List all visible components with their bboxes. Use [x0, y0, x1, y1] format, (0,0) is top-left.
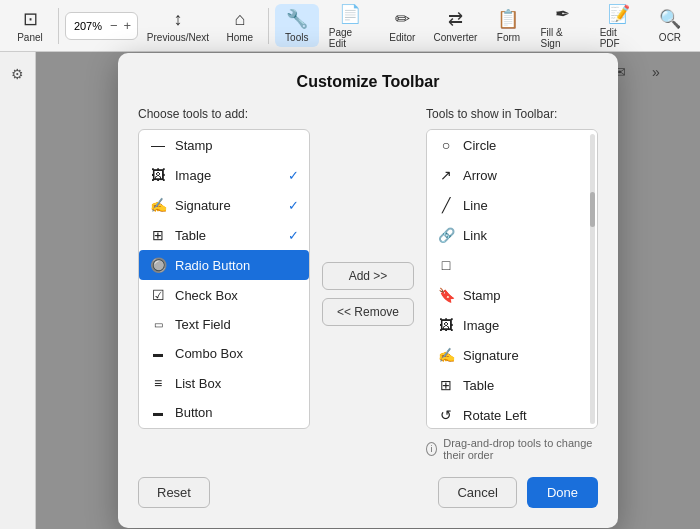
combo-box-icon: ▬: [149, 348, 167, 359]
link-icon: 🔗: [437, 227, 455, 243]
form-button[interactable]: 📋 Form: [486, 4, 530, 47]
tool-label-stamp: Stamp: [175, 138, 213, 153]
tool-label-radio-button: Radio Button: [175, 258, 250, 273]
tool-label-check-box: Check Box: [175, 288, 238, 303]
right-label-link: Link: [463, 228, 487, 243]
panel-button[interactable]: ⊡ Panel: [8, 4, 52, 47]
converter-label: Converter: [433, 32, 477, 43]
tool-item-button[interactable]: ▬ Button: [139, 398, 309, 427]
line-icon: ╱: [437, 197, 455, 213]
done-button[interactable]: Done: [527, 477, 598, 508]
right-item-link[interactable]: 🔗 Link: [427, 220, 597, 250]
rectangle-icon: □: [437, 257, 455, 273]
editor-icon: ✏: [395, 8, 410, 30]
page-edit-button[interactable]: 📄 Page Edit: [323, 0, 377, 53]
home-icon: ⌂: [234, 9, 245, 30]
prev-next-icon: ↕: [173, 9, 182, 30]
converter-button[interactable]: ⇄ Converter: [428, 4, 482, 47]
right-label-arrow: Arrow: [463, 168, 497, 183]
tool-item-combo-box[interactable]: ▬ Combo Box: [139, 339, 309, 368]
right-label-rotate-left: Rotate Left: [463, 408, 527, 423]
settings-icon-button[interactable]: ⚙: [4, 60, 32, 88]
signature-icon: ✍: [149, 197, 167, 213]
right-label-image: Image: [463, 318, 499, 333]
zoom-input[interactable]: [70, 20, 106, 32]
right-table-icon: ⊞: [437, 377, 455, 393]
right-tool-list[interactable]: ○ Circle ↗ Arrow ╱ Line: [426, 129, 598, 429]
right-item-image[interactable]: 🖼 Image: [427, 310, 597, 340]
form-label: Form: [497, 32, 520, 43]
modal-footer: Reset Cancel Done: [138, 477, 598, 508]
add-button[interactable]: Add >>: [322, 262, 414, 290]
zoom-plus-button[interactable]: +: [122, 18, 134, 33]
toolbar-divider-2: [268, 8, 269, 44]
tools-label: Tools: [285, 32, 308, 43]
scrollbar-thumb[interactable]: [590, 192, 595, 227]
tool-item-stamp[interactable]: — Stamp: [139, 130, 309, 160]
button-icon: ▬: [149, 407, 167, 418]
edit-pdf-icon: 📝: [608, 3, 630, 25]
image-checkmark: ✓: [288, 168, 299, 183]
table-checkmark: ✓: [288, 228, 299, 243]
home-button[interactable]: ⌂ Home: [218, 5, 262, 47]
right-item-arrow[interactable]: ↗ Arrow: [427, 160, 597, 190]
right-tools-column: Tools to show in Toolbar: ○ Circle ↗ Arr…: [426, 107, 598, 461]
right-item-table[interactable]: ⊞ Table: [427, 370, 597, 400]
right-stamp-icon: 🔖: [437, 287, 455, 303]
left-tool-list[interactable]: — Stamp 🖼 Image ✓ ✍ Signature: [138, 129, 310, 429]
left-panel: ⚙: [0, 52, 36, 529]
right-item-rotate-left[interactable]: ↺ Rotate Left: [427, 400, 597, 429]
zoom-minus-button[interactable]: −: [108, 18, 120, 33]
right-column-header: Tools to show in Toolbar:: [426, 107, 598, 121]
content-area: ⚙ 👤 ✉ » Customize Toolbar Choose: [0, 52, 700, 529]
main-document-area: 👤 ✉ » Customize Toolbar Choose tools to …: [36, 52, 700, 529]
panel-icon: ⊡: [23, 8, 38, 30]
tool-item-check-box[interactable]: ☑ Check Box: [139, 280, 309, 310]
right-item-signature[interactable]: ✍ Signature: [427, 340, 597, 370]
customize-toolbar-modal: Customize Toolbar Choose tools to add: —…: [118, 53, 618, 528]
right-item-stamp[interactable]: 🔖 Stamp: [427, 280, 597, 310]
tool-label-signature: Signature: [175, 198, 231, 213]
prev-next-button[interactable]: ↕ Previous/Next: [142, 5, 214, 47]
ocr-button[interactable]: 🔍 OCR: [648, 4, 692, 47]
tool-label-image: Image: [175, 168, 211, 183]
reset-button[interactable]: Reset: [138, 477, 210, 508]
text-field-icon: ▭: [149, 319, 167, 330]
tool-item-image[interactable]: 🖼 Image ✓: [139, 160, 309, 190]
remove-button[interactable]: << Remove: [322, 298, 414, 326]
right-item-line[interactable]: ╱ Line: [427, 190, 597, 220]
fill-sign-button[interactable]: ✒ Fill & Sign: [534, 0, 589, 53]
info-icon: i: [426, 442, 437, 456]
edit-pdf-label: Edit PDF: [600, 27, 638, 49]
zoom-control[interactable]: − +: [65, 12, 138, 40]
prev-next-label: Previous/Next: [147, 32, 209, 43]
signature-checkmark: ✓: [288, 198, 299, 213]
right-item-circle[interactable]: ○ Circle: [427, 130, 597, 160]
tool-item-radio-button[interactable]: 🔘 Radio Button: [139, 250, 309, 280]
tool-label-button: Button: [175, 405, 213, 420]
editor-button[interactable]: ✏ Editor: [380, 4, 424, 47]
right-signature-icon: ✍: [437, 347, 455, 363]
page-edit-icon: 📄: [339, 3, 361, 25]
edit-pdf-button[interactable]: 📝 Edit PDF: [594, 0, 644, 53]
tool-label-list-box: List Box: [175, 376, 221, 391]
left-tools-column: Choose tools to add: — Stamp 🖼 Image ✓: [138, 107, 310, 461]
tools-icon: 🔧: [286, 8, 308, 30]
circle-icon: ○: [437, 137, 455, 153]
tool-label-table: Table: [175, 228, 206, 243]
tools-button[interactable]: 🔧 Tools: [275, 4, 319, 47]
toolbar-divider-1: [58, 8, 59, 44]
right-image-icon: 🖼: [437, 317, 455, 333]
page-edit-label: Page Edit: [329, 27, 371, 49]
tool-item-list-box[interactable]: ≡ List Box: [139, 368, 309, 398]
right-label-table: Table: [463, 378, 494, 393]
cancel-button[interactable]: Cancel: [438, 477, 516, 508]
right-item-rectangle[interactable]: □: [427, 250, 597, 280]
tool-label-combo-box: Combo Box: [175, 346, 243, 361]
tool-item-signature[interactable]: ✍ Signature ✓: [139, 190, 309, 220]
footer-right-buttons: Cancel Done: [438, 477, 598, 508]
tool-item-text-field[interactable]: ▭ Text Field: [139, 310, 309, 339]
stamp-icon: —: [149, 137, 167, 153]
radio-button-icon: 🔘: [149, 257, 167, 273]
tool-item-table[interactable]: ⊞ Table ✓: [139, 220, 309, 250]
